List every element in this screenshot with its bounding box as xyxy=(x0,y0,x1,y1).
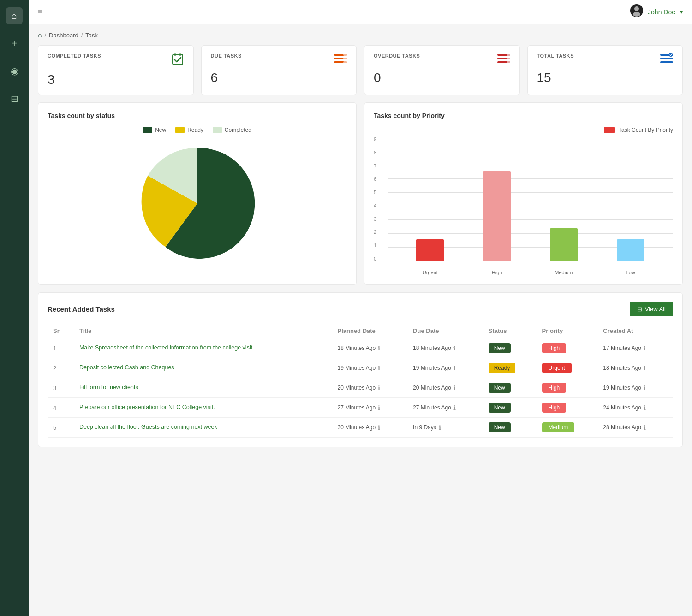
legend-label-new: New xyxy=(155,127,166,133)
created-at-info-icon[interactable]: ℹ xyxy=(644,424,646,431)
y-label-5: 5 xyxy=(374,190,376,195)
stat-card-overdue-value: 0 xyxy=(374,71,510,85)
tasks-table-head: Sn Title Planned Date Due Date Status Pr… xyxy=(48,324,673,338)
stat-card-overdue: OVERDUE TASKS 0 xyxy=(364,45,520,95)
planned-date-cell: 19 Minutes Ago ℹ xyxy=(337,365,402,372)
user-name[interactable]: John Doe xyxy=(648,8,675,16)
view-all-button[interactable]: ⊟ View All xyxy=(630,302,673,316)
table-row: 2 Deposit collected Cash and Cheques 19 … xyxy=(48,358,673,378)
cell-priority: High xyxy=(537,378,598,398)
stat-cards: COMPLETED TASKS 3 DUE TASKS 6 xyxy=(38,45,683,95)
planned-date-info-icon[interactable]: ℹ xyxy=(378,365,380,372)
stat-card-total-header: TOTAL TASKS xyxy=(537,53,674,67)
cell-priority: High xyxy=(537,338,598,358)
main-area: ≡ John Doe ▾ ⌂ / Dashboard / Task COMPLE… xyxy=(29,0,692,616)
planned-date-info-icon[interactable]: ℹ xyxy=(378,385,380,391)
due-date-cell: 20 Minutes Ago ℹ xyxy=(413,385,477,391)
planned-date-info-icon[interactable]: ℹ xyxy=(378,424,380,431)
breadcrumb-sep-2: / xyxy=(81,32,83,39)
stat-card-due-title: DUE TASKS xyxy=(211,53,242,59)
total-tasks-icon xyxy=(660,53,673,67)
svg-rect-4 xyxy=(174,53,176,56)
bar-y-labels: 9 8 7 6 5 4 3 2 1 0 xyxy=(374,137,378,261)
bar-legend: Task Count By Priority xyxy=(374,127,673,133)
task-link[interactable]: Deposit collected Cash and Cheques xyxy=(79,364,174,371)
due-date-info-icon[interactable]: ℹ xyxy=(453,345,456,352)
x-label-medium: Medium xyxy=(531,270,597,275)
task-link[interactable]: Prepare our office presentation for NEC … xyxy=(79,404,215,410)
cell-title: Deposit collected Cash and Cheques xyxy=(74,358,332,378)
bar-legend-dot xyxy=(604,127,615,133)
planned-date-cell: 27 Minutes Ago ℹ xyxy=(337,404,402,411)
cell-sn: 3 xyxy=(48,378,74,398)
status-badge: Ready xyxy=(489,363,516,373)
status-badge: New xyxy=(489,383,511,393)
svg-rect-16 xyxy=(507,58,510,59)
sidebar-icon-palette[interactable]: ◉ xyxy=(6,63,23,79)
created-at-info-icon[interactable]: ℹ xyxy=(644,345,646,352)
sidebar-icon-list[interactable]: ⊟ xyxy=(6,90,23,107)
table-row: 5 Deep clean all the floor. Guests are c… xyxy=(48,418,673,438)
pie-legend: New Ready Completed xyxy=(48,127,347,133)
breadcrumb-dashboard[interactable]: Dashboard xyxy=(49,32,78,39)
cell-planned-date: 30 Minutes Ago ℹ xyxy=(332,418,407,438)
bar-low xyxy=(617,239,644,261)
tasks-table-header-row: Sn Title Planned Date Due Date Status Pr… xyxy=(48,324,673,338)
hamburger-icon[interactable]: ≡ xyxy=(38,7,43,17)
bar-medium xyxy=(550,228,578,261)
svg-rect-19 xyxy=(660,58,673,59)
priority-badge: Medium xyxy=(542,422,575,432)
due-date-cell: 18 Minutes Ago ℹ xyxy=(413,345,477,352)
pie-chart-visual xyxy=(48,139,347,268)
y-label-3: 3 xyxy=(374,217,376,222)
table-row: 4 Prepare our office presentation for NE… xyxy=(48,398,673,418)
created-at-cell: 18 Minutes Ago ℹ xyxy=(603,365,668,372)
created-at-info-icon[interactable]: ℹ xyxy=(644,365,646,372)
svg-rect-9 xyxy=(343,54,347,56)
col-title: Title xyxy=(74,324,332,338)
view-all-icon: ⊟ xyxy=(637,306,642,313)
stat-card-due-value: 6 xyxy=(211,71,347,85)
due-date-info-icon[interactable]: ℹ xyxy=(439,424,441,431)
priority-badge: Urgent xyxy=(542,363,572,373)
bar-chart-card: Tasks count by Priority Task Count By Pr… xyxy=(364,102,683,285)
cell-priority: Medium xyxy=(537,418,598,438)
bar-bars xyxy=(388,137,673,261)
due-tasks-icon xyxy=(334,53,347,67)
task-link[interactable]: Deep clean all the floor. Guests are com… xyxy=(79,424,217,430)
due-date-cell: 19 Minutes Ago ℹ xyxy=(413,365,477,372)
due-date-info-icon[interactable]: ℹ xyxy=(453,365,456,372)
legend-new: New xyxy=(143,127,166,133)
task-link[interactable]: Fill form for new clients xyxy=(79,384,138,391)
cell-title: Deep clean all the floor. Guests are com… xyxy=(74,418,332,438)
cell-planned-date: 27 Minutes Ago ℹ xyxy=(332,398,407,418)
due-date-info-icon[interactable]: ℹ xyxy=(453,404,456,411)
svg-rect-20 xyxy=(660,61,673,63)
planned-date-info-icon[interactable]: ℹ xyxy=(378,404,380,411)
planned-date-cell: 30 Minutes Ago ℹ xyxy=(337,424,402,431)
bar-chart-area: 9 8 7 6 5 4 3 2 1 0 xyxy=(374,137,673,275)
y-label-9: 9 xyxy=(374,137,376,142)
legend-dot-completed xyxy=(213,127,222,133)
overdue-tasks-icon xyxy=(497,53,510,67)
svg-rect-17 xyxy=(507,61,510,63)
planned-date-info-icon[interactable]: ℹ xyxy=(378,345,380,352)
sidebar-icon-home[interactable]: ⌂ xyxy=(6,7,23,24)
cell-created-at: 19 Minutes Ago ℹ xyxy=(597,378,673,398)
priority-badge: High xyxy=(542,343,567,353)
due-date-cell: 27 Minutes Ago ℹ xyxy=(413,404,477,411)
sidebar-icon-plus[interactable]: + xyxy=(6,35,23,52)
task-link[interactable]: Make Spreadsheet of the collected inform… xyxy=(79,344,252,351)
breadcrumb-task: Task xyxy=(85,32,98,39)
priority-badge: High xyxy=(542,403,567,413)
svg-point-2 xyxy=(633,12,640,17)
breadcrumb-home-icon[interactable]: ⌂ xyxy=(38,31,42,39)
created-at-info-icon[interactable]: ℹ xyxy=(644,385,646,391)
cell-priority: Urgent xyxy=(537,358,598,378)
stat-card-total-value: 15 xyxy=(537,71,674,85)
cell-planned-date: 18 Minutes Ago ℹ xyxy=(332,338,407,358)
due-date-info-icon[interactable]: ℹ xyxy=(453,385,456,391)
status-badge: New xyxy=(489,422,511,432)
user-dropdown-arrow[interactable]: ▾ xyxy=(680,9,683,15)
created-at-info-icon[interactable]: ℹ xyxy=(644,404,646,411)
